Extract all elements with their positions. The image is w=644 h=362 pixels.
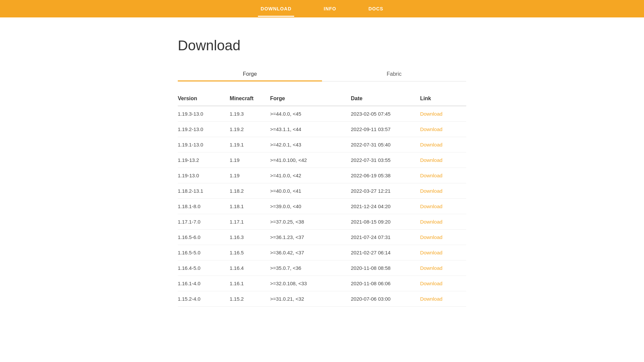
cell-version: 1.19-13.0 (178, 168, 230, 183)
col-header-date: Date (351, 92, 420, 106)
table-row: 1.16.5-5.01.16.5>=36.0.42, <372021-02-27… (178, 245, 466, 260)
cell-forge: >=31.0.21, <32 (270, 291, 351, 307)
cell-date: 2022-09-11 03:57 (351, 122, 420, 137)
table-row: 1.16.1-4.01.16.1>=32.0.108, <332020-11-0… (178, 276, 466, 291)
cell-version: 1.18.2-13.1 (178, 183, 230, 199)
cell-link: Download (420, 168, 466, 183)
table-row: 1.19.3-13.01.19.3>=44.0.0, <452023-02-05… (178, 106, 466, 122)
download-link[interactable]: Download (420, 234, 442, 240)
cell-date: 2020-11-08 08:58 (351, 260, 420, 276)
cell-link: Download (420, 183, 466, 199)
cell-date: 2021-07-24 07:31 (351, 230, 420, 245)
cell-version: 1.16.4-5.0 (178, 260, 230, 276)
cell-version: 1.16.5-5.0 (178, 245, 230, 260)
cell-minecraft: 1.16.1 (230, 276, 270, 291)
cell-date: 2021-08-15 09:20 (351, 214, 420, 230)
cell-version: 1.17.1-7.0 (178, 214, 230, 230)
nav-item-download[interactable]: DOWNLOAD (258, 1, 294, 17)
cell-link: Download (420, 214, 466, 230)
cell-date: 2020-07-06 03:00 (351, 291, 420, 307)
cell-minecraft: 1.15.2 (230, 291, 270, 307)
cell-version: 1.19.1-13.0 (178, 137, 230, 153)
table-row: 1.17.1-7.01.17.1>=37.0.25, <382021-08-15… (178, 214, 466, 230)
col-header-link: Link (420, 92, 466, 106)
cell-version: 1.18.1-8.0 (178, 199, 230, 214)
cell-minecraft: 1.18.2 (230, 183, 270, 199)
nav-item-info[interactable]: INFO (321, 1, 339, 17)
table-row: 1.19.2-13.01.19.2>=43.1.1, <442022-09-11… (178, 122, 466, 137)
cell-date: 2021-02-27 06:14 (351, 245, 420, 260)
col-header-version: Version (178, 92, 230, 106)
cell-link: Download (420, 260, 466, 276)
table-row: 1.15.2-4.01.15.2>=31.0.21, <322020-07-06… (178, 291, 466, 307)
table-row: 1.18.2-13.11.18.2>=40.0.0, <412022-03-27… (178, 183, 466, 199)
cell-date: 2022-07-31 05:40 (351, 137, 420, 153)
table-body: 1.19.3-13.01.19.3>=44.0.0, <452023-02-05… (178, 106, 466, 307)
cell-link: Download (420, 245, 466, 260)
cell-minecraft: 1.19.2 (230, 122, 270, 137)
cell-version: 1.19-13.2 (178, 153, 230, 168)
table-row: 1.19-13.21.19>=41.0.100, <422022-07-31 0… (178, 153, 466, 168)
cell-link: Download (420, 276, 466, 291)
cell-forge: >=36.1.23, <37 (270, 230, 351, 245)
cell-minecraft: 1.19.3 (230, 106, 270, 122)
table-row: 1.16.4-5.01.16.4>=35.0.7, <362020-11-08 … (178, 260, 466, 276)
cell-minecraft: 1.16.3 (230, 230, 270, 245)
cell-minecraft: 1.19.1 (230, 137, 270, 153)
nav-item-docs[interactable]: DOCS (366, 1, 386, 17)
cell-version: 1.16.1-4.0 (178, 276, 230, 291)
cell-link: Download (420, 106, 466, 122)
cell-minecraft: 1.19 (230, 153, 270, 168)
cell-date: 2021-12-24 04:20 (351, 199, 420, 214)
cell-forge: >=36.0.42, <37 (270, 245, 351, 260)
cell-minecraft: 1.19 (230, 168, 270, 183)
tab-bar: ForgeFabric (178, 67, 466, 81)
tab-forge[interactable]: Forge (178, 67, 322, 81)
tab-fabric[interactable]: Fabric (322, 67, 466, 81)
download-link[interactable]: Download (420, 250, 442, 255)
cell-link: Download (420, 199, 466, 214)
cell-date: 2022-03-27 12:21 (351, 183, 420, 199)
cell-date: 2020-11-08 06:06 (351, 276, 420, 291)
table-row: 1.16.5-6.01.16.3>=36.1.23, <372021-07-24… (178, 230, 466, 245)
download-link[interactable]: Download (420, 126, 442, 132)
col-header-minecraft: Minecraft (230, 92, 270, 106)
download-link[interactable]: Download (420, 281, 442, 286)
cell-link: Download (420, 153, 466, 168)
cell-forge: >=41.0.0, <42 (270, 168, 351, 183)
cell-minecraft: 1.16.5 (230, 245, 270, 260)
download-link[interactable]: Download (420, 111, 442, 117)
downloads-table: VersionMinecraftForgeDateLink 1.19.3-13.… (178, 92, 466, 307)
cell-date: 2022-06-19 05:38 (351, 168, 420, 183)
cell-forge: >=32.0.108, <33 (270, 276, 351, 291)
download-link[interactable]: Download (420, 203, 442, 209)
cell-link: Download (420, 137, 466, 153)
table-row: 1.18.1-8.01.18.1>=39.0.0, <402021-12-24 … (178, 199, 466, 214)
download-link[interactable]: Download (420, 157, 442, 163)
main-nav: DOWNLOADINFODOCS (0, 0, 644, 17)
cell-minecraft: 1.17.1 (230, 214, 270, 230)
main-content: Download ForgeFabric VersionMinecraftFor… (171, 17, 473, 320)
page-title: Download (178, 38, 466, 54)
cell-link: Download (420, 122, 466, 137)
cell-link: Download (420, 291, 466, 307)
cell-forge: >=43.1.1, <44 (270, 122, 351, 137)
cell-forge: >=39.0.0, <40 (270, 199, 351, 214)
cell-forge: >=42.0.1, <43 (270, 137, 351, 153)
cell-minecraft: 1.18.1 (230, 199, 270, 214)
col-header-forge: Forge (270, 92, 351, 106)
cell-date: 2022-07-31 03:55 (351, 153, 420, 168)
cell-forge: >=37.0.25, <38 (270, 214, 351, 230)
cell-forge: >=41.0.100, <42 (270, 153, 351, 168)
download-link[interactable]: Download (420, 142, 442, 147)
download-link[interactable]: Download (420, 265, 442, 271)
download-link[interactable]: Download (420, 219, 442, 225)
download-link[interactable]: Download (420, 188, 442, 194)
download-link[interactable]: Download (420, 173, 442, 178)
cell-forge: >=44.0.0, <45 (270, 106, 351, 122)
cell-version: 1.19.3-13.0 (178, 106, 230, 122)
cell-date: 2023-02-05 07:45 (351, 106, 420, 122)
cell-version: 1.16.5-6.0 (178, 230, 230, 245)
download-link[interactable]: Download (420, 296, 442, 302)
cell-version: 1.15.2-4.0 (178, 291, 230, 307)
